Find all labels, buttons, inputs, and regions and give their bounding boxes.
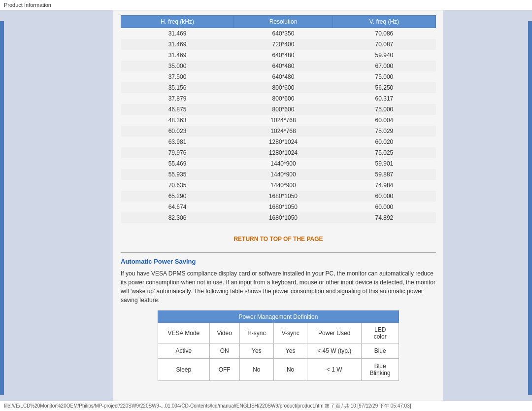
- description-text: If you have VESA DPMS compliance display…: [121, 269, 436, 305]
- table-row: 37.500640*48075.000: [121, 71, 436, 82]
- table-row: 31.469720*40070.087: [121, 39, 436, 50]
- main-content: H. freq (kHz) Resolution V. freq (Hz) 31…: [113, 10, 443, 405]
- table-row: 63.9811280*102460.020: [121, 137, 436, 147]
- power-management-table: Power Management Definition VESA ModeVid…: [158, 310, 399, 381]
- left-blue-bar: [0, 21, 4, 395]
- power-col-header: V-sync: [274, 323, 307, 343]
- table-row: 37.879800*60060.317: [121, 93, 436, 104]
- frequency-table: H. freq (kHz) Resolution V. freq (Hz) 31…: [121, 15, 436, 223]
- table-row: 31.469640*35070.086: [121, 28, 436, 39]
- table-row: 46.875800*60075.000: [121, 104, 436, 115]
- return-link[interactable]: RETURN TO TOP OF THE PAGE: [121, 231, 436, 247]
- table-row: 55.9351440*90059.887: [121, 169, 436, 180]
- left-sidebar: [0, 10, 113, 405]
- power-data-row: SleepOFFNoNo< 1 WBlue Blinking: [158, 359, 399, 381]
- table-row: 60.0231024*76875.029: [121, 126, 436, 137]
- bottom-bar-text: file:///E/LCD%20Monitor%20OEM/Philips/MP…: [4, 403, 411, 409]
- table-row: 64.6741680*105060.000: [121, 202, 436, 212]
- table-row: 35.000640*48067.000: [121, 61, 436, 71]
- power-col-header: Power Used: [307, 323, 362, 343]
- section-title: Automatic Power Saving: [121, 258, 436, 265]
- table-row: 79.9761280*102475.025: [121, 147, 436, 158]
- top-bar: Product Information: [0, 0, 532, 10]
- power-col-header: H-sync: [239, 323, 274, 343]
- product-info-label: Product Information: [4, 2, 51, 8]
- table-row: 70.6351440*90074.984: [121, 180, 436, 191]
- table-row: 65.2901680*105060.000: [121, 191, 436, 202]
- bottom-bar: file:///E/LCD%20Monitor%20OEM/Philips/MP…: [0, 401, 532, 411]
- table-row: 31.469640*48059.940: [121, 50, 436, 61]
- table-row: 55.4691440*90059.901: [121, 158, 436, 169]
- right-blue-bar: [528, 21, 532, 395]
- table-row: 82.3061680*105074.892: [121, 212, 436, 223]
- power-col-header: VESA Mode: [158, 323, 210, 343]
- power-data-row: ActiveONYesYes< 45 W (typ.)Blue: [158, 343, 399, 359]
- power-col-header: Video: [209, 323, 239, 343]
- right-sidebar: [443, 10, 532, 405]
- table-row: 48.3631024*76860.004: [121, 115, 436, 126]
- divider: [121, 252, 436, 253]
- freq-header-h: H. freq (kHz): [121, 16, 234, 28]
- power-table-header: Power Management Definition: [158, 311, 399, 323]
- power-col-header: LED color: [362, 323, 399, 343]
- table-row: 35.156800*60056.250: [121, 82, 436, 93]
- freq-header-v: V. freq (Hz): [332, 16, 435, 28]
- freq-header-res: Resolution: [234, 16, 333, 28]
